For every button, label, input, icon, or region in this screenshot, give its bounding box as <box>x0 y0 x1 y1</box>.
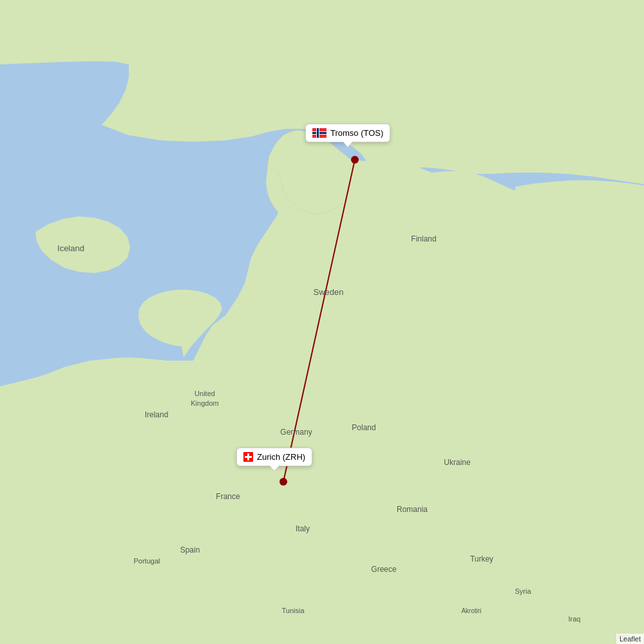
zurich-dot[interactable] <box>279 478 287 486</box>
label-finland: Finland <box>411 234 436 243</box>
label-uk-line2: Kingdom <box>191 399 218 407</box>
label-romania: Romania <box>397 505 428 514</box>
label-iraq: Iraq <box>569 615 581 623</box>
label-turkey: Turkey <box>470 554 493 564</box>
label-sweden: Sweden <box>314 287 344 297</box>
label-tunisia: Tunisia <box>281 607 305 614</box>
label-italy: Italy <box>296 524 310 533</box>
label-uk-line1: United <box>194 390 215 397</box>
label-spain: Spain <box>180 545 200 554</box>
tromso-dot[interactable] <box>351 156 359 164</box>
map-svg: Iceland Ireland United Kingdom France Sp… <box>0 0 644 644</box>
map-container: Iceland Ireland United Kingdom France Sp… <box>0 0 644 644</box>
label-poland: Poland <box>352 423 375 432</box>
label-germany: Germany <box>280 428 312 437</box>
label-france: France <box>216 492 240 501</box>
label-greece: Greece <box>371 565 397 574</box>
label-iceland: Iceland <box>57 243 84 253</box>
label-portugal: Portugal <box>134 557 160 565</box>
map-attribution[interactable]: Leaflet <box>616 634 644 644</box>
attribution-text: Leaflet <box>620 635 641 643</box>
label-ukraine: Ukraine <box>444 458 471 467</box>
label-syria: Syria <box>515 587 531 595</box>
label-ireland: Ireland <box>145 410 169 419</box>
label-akrotiri: Akrotiri <box>461 607 481 614</box>
